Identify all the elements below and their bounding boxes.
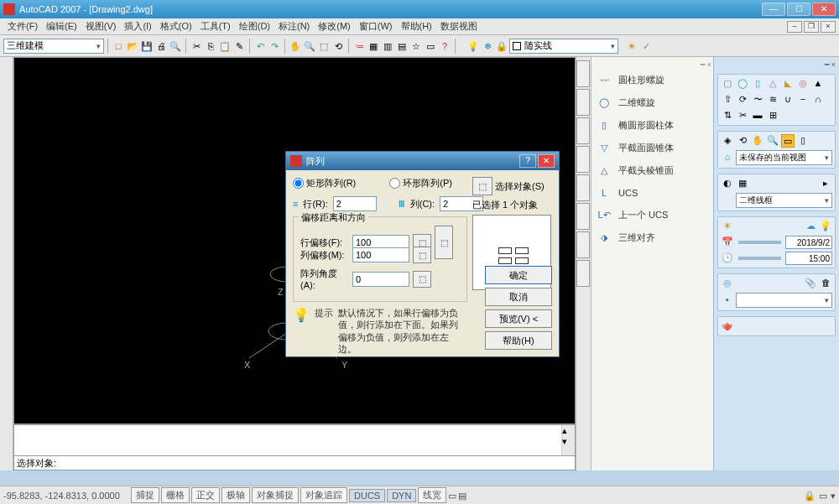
date-icon[interactable]: 📅 bbox=[721, 236, 734, 249]
view-dropdown[interactable]: 未保存的当前视图 bbox=[736, 150, 832, 165]
cmd-scrollbar[interactable]: ▴▾ bbox=[561, 425, 575, 455]
match-icon[interactable]: ✎ bbox=[232, 39, 246, 53]
new-icon[interactable]: □ bbox=[112, 39, 125, 53]
preview-button[interactable]: 预览(V) < bbox=[485, 309, 552, 328]
date-input[interactable] bbox=[785, 236, 833, 249]
sun-icon[interactable]: ☀ bbox=[721, 220, 734, 233]
select-objects-button[interactable]: ⬚ bbox=[472, 177, 492, 195]
subtract-icon[interactable]: − bbox=[796, 93, 810, 107]
palette-tab-1[interactable] bbox=[576, 60, 590, 87]
intersect-icon[interactable]: ∩ bbox=[811, 93, 825, 107]
palette-tab-6[interactable] bbox=[576, 203, 590, 230]
revolve-icon[interactable]: ⟳ bbox=[736, 93, 749, 107]
save-icon[interactable]: 💾 bbox=[140, 39, 154, 53]
osnap-toggle[interactable]: 对象捕捉 bbox=[252, 487, 299, 503]
mdi-minimize-button[interactable]: – bbox=[787, 21, 802, 33]
palette-item-frustum-pyramid[interactable]: △平截头棱锥面 bbox=[593, 163, 711, 179]
palette-item-helix-2d[interactable]: ◯二维螺旋 bbox=[593, 95, 711, 111]
loft-icon[interactable]: ≋ bbox=[766, 93, 779, 107]
cut-icon[interactable]: ✂ bbox=[190, 39, 203, 53]
polar-toggle[interactable]: 极轴 bbox=[221, 487, 250, 503]
palette-item-helix-cyl[interactable]: 〰圆柱形螺旋 bbox=[593, 72, 711, 88]
mdi-close-button[interactable]: × bbox=[821, 21, 836, 33]
lwt-toggle[interactable]: 线宽 bbox=[418, 487, 446, 503]
wedge-icon[interactable]: ◣ bbox=[781, 77, 795, 91]
undo-icon[interactable]: ↶ bbox=[253, 39, 267, 53]
close-button[interactable]: ✕ bbox=[812, 3, 836, 16]
mdi-restore-button[interactable]: ❐ bbox=[804, 21, 819, 33]
copy-icon[interactable]: ⎘ bbox=[204, 39, 217, 53]
markup-icon[interactable]: ☆ bbox=[409, 39, 423, 53]
menu-insert[interactable]: 插入(I) bbox=[120, 20, 155, 33]
palette-item-ucs-prev[interactable]: L↶上一个 UCS bbox=[593, 207, 711, 223]
layout-icon[interactable]: ▤ bbox=[458, 490, 466, 501]
model-space-icon[interactable]: ▭ bbox=[448, 490, 456, 501]
imprint-icon[interactable]: ⊞ bbox=[766, 109, 779, 122]
sphere-icon[interactable]: ◯ bbox=[736, 77, 749, 91]
cone-icon[interactable]: △ bbox=[766, 77, 779, 91]
dialog-titlebar[interactable]: 阵列 ? ✕ bbox=[286, 152, 559, 170]
pyramid-icon[interactable]: ▲ bbox=[811, 77, 825, 91]
palette-tab-5[interactable] bbox=[576, 174, 590, 201]
tray-lock-icon[interactable]: 🔒 bbox=[804, 490, 816, 501]
workspace-dropdown[interactable]: 三维建模 bbox=[3, 39, 104, 54]
menu-dimension[interactable]: 标注(N) bbox=[274, 20, 314, 33]
angle-pick-button[interactable]: ⬚ bbox=[413, 271, 431, 288]
perspective-icon[interactable]: ▭ bbox=[781, 134, 795, 148]
palette-tab-3[interactable] bbox=[576, 117, 590, 144]
col-offset-input[interactable] bbox=[352, 247, 409, 262]
parallel-icon[interactable]: ▯ bbox=[796, 134, 810, 148]
swatch-icon[interactable]: ▪ bbox=[721, 294, 734, 307]
wireframe-icon[interactable]: ▦ bbox=[736, 177, 749, 190]
pan-icon[interactable]: ✋ bbox=[289, 39, 302, 53]
palette-item-ucs[interactable]: LUCS bbox=[593, 185, 711, 200]
menu-draw[interactable]: 绘图(D) bbox=[235, 20, 274, 33]
help-button[interactable]: 帮助(H) bbox=[485, 331, 552, 350]
rows-input[interactable] bbox=[333, 196, 377, 211]
slice-icon[interactable]: ✂ bbox=[736, 109, 749, 122]
menu-format[interactable]: 格式(O) bbox=[156, 20, 196, 33]
menu-tools[interactable]: 工具(T) bbox=[196, 20, 235, 33]
linetype-dropdown[interactable]: 随实线 bbox=[509, 39, 618, 54]
extrude-icon[interactable]: ⇧ bbox=[721, 93, 734, 107]
calc-icon[interactable]: ▭ bbox=[424, 39, 437, 53]
design-center-icon[interactable]: ▦ bbox=[367, 39, 380, 53]
sheet-set-icon[interactable]: ▤ bbox=[395, 39, 409, 53]
time-icon[interactable]: 🕒 bbox=[721, 252, 734, 265]
pan-icon-2[interactable]: ✋ bbox=[751, 134, 764, 148]
help-icon[interactable]: ? bbox=[438, 39, 451, 53]
properties-icon[interactable]: ≔ bbox=[352, 39, 366, 53]
menu-window[interactable]: 窗口(W) bbox=[355, 20, 397, 33]
menu-view[interactable]: 视图(V) bbox=[81, 20, 121, 33]
dialog-close-button[interactable]: ✕ bbox=[538, 154, 555, 168]
time-input[interactable] bbox=[785, 252, 833, 265]
attach-icon[interactable]: 📎 bbox=[804, 277, 817, 290]
sky-icon[interactable]: ☁ bbox=[804, 220, 817, 233]
polar-array-radio[interactable]: 环形阵列(P) bbox=[389, 177, 452, 190]
palette-tab-8[interactable] bbox=[576, 260, 590, 287]
torus-icon[interactable]: ◎ bbox=[796, 77, 810, 91]
tray-plot-icon[interactable]: ▭ bbox=[819, 490, 827, 501]
box-icon[interactable]: ▢ bbox=[721, 77, 734, 91]
light-icon[interactable]: 💡 bbox=[819, 220, 832, 233]
thicken-icon[interactable]: ▬ bbox=[751, 109, 764, 122]
print-icon[interactable]: 🖨 bbox=[154, 39, 168, 53]
zoom-icon-2[interactable]: 🔍 bbox=[766, 134, 779, 148]
style-dropdown[interactable]: 二维线框 bbox=[736, 193, 832, 208]
tool-palettes-icon[interactable]: ▥ bbox=[381, 39, 394, 53]
palette-item-3dalign[interactable]: ⬗三维对齐 bbox=[593, 230, 711, 246]
preview-icon[interactable]: 🔍 bbox=[169, 39, 182, 53]
cylinder-icon[interactable]: ▯ bbox=[751, 77, 764, 91]
zoom-window-icon[interactable]: ⬚ bbox=[317, 39, 331, 53]
material-dropdown[interactable] bbox=[736, 293, 832, 308]
both-offset-pick-button[interactable]: ⬚ bbox=[435, 226, 453, 259]
col-offset-pick-button[interactable]: ⬚ bbox=[413, 247, 431, 263]
palette-tab-7[interactable] bbox=[576, 231, 590, 258]
zoom-icon[interactable]: 🔍 bbox=[303, 39, 316, 53]
cancel-button[interactable]: 取消 bbox=[485, 288, 552, 306]
command-line[interactable]: ▴▾ bbox=[13, 424, 576, 456]
maximize-button[interactable]: ☐ bbox=[787, 3, 810, 16]
layer-bulb-icon[interactable]: 💡 bbox=[466, 39, 480, 53]
menu-dataview[interactable]: 数据视图 bbox=[436, 20, 482, 33]
sweep-icon[interactable]: 〜 bbox=[751, 93, 764, 107]
